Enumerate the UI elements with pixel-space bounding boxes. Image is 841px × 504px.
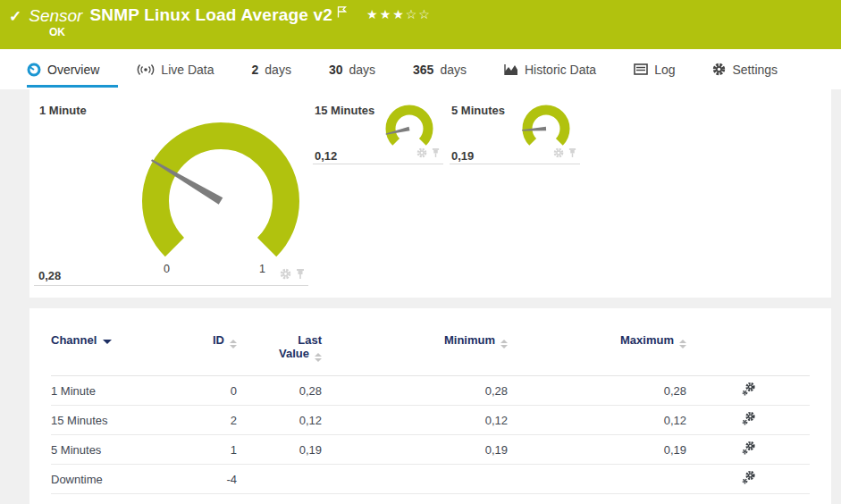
tab-2-days-word: days [265, 63, 291, 77]
column-header-minimum[interactable]: Minimum [322, 326, 508, 376]
table-row: 5 Minutes 1 0,19 0,19 0,19 [51, 435, 810, 465]
sort-arrows-icon [230, 340, 237, 349]
cell-minimum: 0,19 [322, 435, 508, 465]
cell-last-value: 0,28 [237, 376, 322, 406]
gauge-15-minutes: 15 Minutes 0,12 [313, 100, 443, 164]
gauge-value: 0,19 [451, 149, 474, 163]
sort-arrows-icon [315, 353, 322, 362]
priority-stars[interactable]: ★★★☆☆ [366, 7, 432, 21]
channel-settings-icon[interactable] [741, 470, 756, 488]
tab-overview-label: Overview [47, 63, 99, 77]
sensor-status-banner: ✓ Sensor SNMP Linux Load Average v2 ★★★☆… [0, 0, 841, 49]
cell-minimum: 0,12 [322, 406, 508, 435]
column-header-minimum-label: Minimum [444, 333, 495, 347]
channels-table: Channel ID Last Value Minimum Maximum [51, 326, 810, 494]
channel-settings-icon[interactable] [741, 441, 756, 458]
gauge-pin-icon[interactable] [296, 267, 305, 283]
tab-historic-data-label: Historic Data [525, 63, 596, 77]
table-row: 15 Minutes 2 0,12 0,12 0,12 [51, 406, 810, 435]
gauge-settings-icon[interactable] [280, 267, 291, 283]
log-list-icon [634, 63, 648, 75]
column-header-value-label: Value [279, 347, 309, 360]
gauge-dial: 0 1 [131, 112, 310, 277]
gauge-scale-min: 0 [164, 263, 170, 275]
cell-id: 2 [149, 406, 237, 435]
column-header-last-label: Last [298, 333, 322, 347]
tab-live-data[interactable]: Live Data [118, 49, 232, 89]
tab-overview[interactable]: Overview [27, 49, 118, 89]
cell-maximum: 0,12 [508, 406, 686, 435]
tab-30-days[interactable]: 30 days [310, 49, 394, 89]
gauge-scale-max: 1 [259, 263, 265, 275]
area-chart-icon [504, 63, 518, 76]
ok-check-icon: ✓ [9, 7, 21, 26]
overview-gauges-panel: 1 Minute 0 1 0,28 15 Minutes [29, 89, 831, 298]
tab-settings[interactable]: Settings [694, 49, 796, 89]
sort-arrows-icon [500, 340, 508, 349]
cell-last-value: 0,19 [237, 435, 322, 465]
cell-maximum: 0,19 [508, 435, 686, 465]
sort-arrows-icon [679, 340, 686, 349]
status-badge: OK [49, 26, 65, 38]
column-header-channel-label: Channel [51, 333, 97, 347]
cell-last-value: 0,12 [237, 406, 322, 435]
tab-log-label: Log [654, 63, 675, 77]
column-header-last-value[interactable]: Last Value [237, 326, 322, 376]
tab-365-days[interactable]: 365 days [394, 49, 485, 89]
gauge-settings-icon[interactable] [553, 146, 564, 162]
sort-caret-down-icon [103, 340, 112, 344]
tab-30-days-number: 30 [329, 63, 343, 77]
tab-settings-label: Settings [732, 63, 778, 77]
cell-channel[interactable]: 15 Minutes [51, 406, 149, 435]
cell-id: -4 [149, 465, 237, 494]
gauge-settings-icon[interactable] [416, 146, 427, 162]
channel-settings-icon[interactable] [741, 382, 756, 399]
content-area: 1 Minute 0 1 0,28 15 Minutes [0, 89, 841, 504]
tab-2-days-number: 2 [252, 63, 259, 77]
cell-id: 1 [149, 435, 237, 465]
priority-flag-icon[interactable] [337, 5, 347, 21]
table-row: Downtime -4 [51, 465, 810, 494]
gauge-value: 0,28 [38, 269, 61, 282]
tab-30-days-word: days [349, 63, 375, 77]
gear-icon [712, 63, 726, 76]
cell-maximum [508, 465, 686, 494]
tab-2-days[interactable]: 2 days [233, 49, 310, 89]
tab-historic-data[interactable]: Historic Data [485, 49, 615, 89]
cell-id: 0 [149, 376, 237, 406]
column-header-maximum[interactable]: Maximum [508, 326, 686, 376]
cell-maximum: 0,28 [508, 376, 686, 406]
tab-365-days-word: days [440, 63, 467, 77]
gauge-1-minute: 1 Minute 0 1 0,28 [34, 100, 308, 286]
gauge-title: 1 Minute [39, 104, 87, 117]
page-title: SNMP Linux Load Average v2 [89, 5, 332, 25]
cell-minimum [322, 465, 508, 494]
column-header-id-label: ID [213, 333, 224, 347]
gauge-pin-icon[interactable] [432, 146, 440, 162]
channels-table-panel: Channel ID Last Value Minimum Maximum [29, 308, 831, 504]
table-row: 1 Minute 0 0,28 0,28 0,28 [51, 376, 810, 406]
gauge-pin-icon[interactable] [568, 146, 576, 162]
tab-365-days-number: 365 [413, 63, 433, 77]
tab-log[interactable]: Log [615, 49, 694, 89]
tab-bar: Overview Live Data 2 days 30 days 365 da… [0, 49, 841, 89]
cell-channel[interactable]: Downtime [51, 465, 149, 494]
gauge-title: 5 Minutes [451, 104, 505, 117]
cell-channel[interactable]: 5 Minutes [51, 435, 149, 465]
column-header-id[interactable]: ID [149, 326, 237, 376]
column-header-channel[interactable]: Channel [51, 326, 149, 376]
cell-channel[interactable]: 1 Minute [51, 376, 149, 406]
cell-minimum: 0,28 [322, 376, 508, 406]
broadcast-icon [137, 63, 155, 76]
channel-settings-icon[interactable] [741, 411, 756, 429]
gauge-5-minutes: 5 Minutes 0,19 [450, 100, 580, 164]
column-header-maximum-label: Maximum [620, 333, 674, 347]
column-header-settings [686, 326, 810, 376]
object-kind-label: Sensor [29, 6, 82, 26]
tab-live-data-label: Live Data [161, 63, 214, 77]
gauge-value: 0,12 [315, 149, 337, 163]
cell-last-value [237, 465, 322, 494]
gauge-icon [27, 63, 41, 77]
gauge-title: 15 Minutes [315, 104, 374, 117]
